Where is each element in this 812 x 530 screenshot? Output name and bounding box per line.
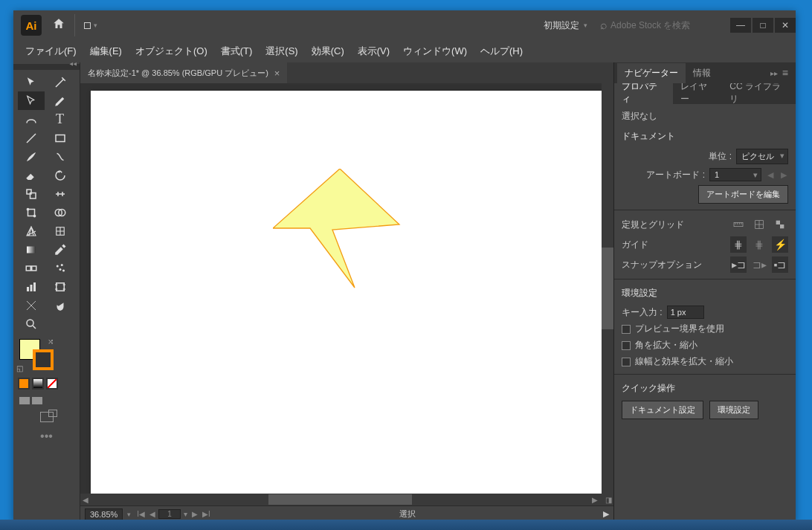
tab-navigator[interactable]: ナビゲーター [617,63,686,83]
type-tool[interactable]: T [47,110,74,129]
menu-file[interactable]: ファイル(F) [19,42,83,61]
arrange-documents-icon[interactable]: ▾ [84,22,97,29]
guides-show-icon[interactable]: ⋕ [730,236,747,253]
chk-scale-strokes[interactable]: 線幅と効果を拡大・縮小 [622,355,788,368]
home-icon[interactable] [52,17,65,34]
eyedropper-tool[interactable] [47,240,74,259]
pen-tool[interactable] [47,91,74,110]
tools-collapse[interactable] [13,64,80,70]
grid-icon[interactable] [751,216,767,233]
color-mode-none[interactable] [46,378,58,390]
svg-point-12 [56,265,58,267]
transparency-grid-icon[interactable] [772,216,788,233]
rectangle-tool[interactable] [47,129,74,147]
prev-artboard-icon[interactable]: ◀ [148,510,157,518]
close-button[interactable]: ✕ [775,18,796,33]
column-graph-tool[interactable] [18,277,45,296]
zoom-tool[interactable] [18,314,45,333]
menu-select[interactable]: 選択(S) [260,42,303,61]
menu-object[interactable]: オブジェクト(O) [129,42,213,61]
snap-pixel-icon[interactable]: ▪⊐ [772,256,788,273]
selection-tool[interactable] [18,73,45,91]
zoom-level[interactable]: 36.85% [85,508,123,520]
vertical-scrollbar[interactable] [602,83,613,494]
draw-mode-icon[interactable] [40,412,54,422]
snap-grid-icon[interactable]: ⊐▸ [751,256,767,273]
status-menu-icon[interactable]: ▶ [603,509,609,519]
tab-info[interactable]: 情報 [686,63,718,83]
stroke-swatch[interactable] [33,349,54,370]
document-tab[interactable]: 名称未設定-1* @ 36.85% (RGB/GPU プレビュー) × [80,62,287,83]
zoom-dropdown-icon[interactable]: ▾ [127,511,131,518]
artboard-number-input[interactable]: 1 [158,509,181,519]
direct-selection-tool[interactable] [18,91,45,110]
svg-point-20 [27,320,33,326]
maximize-button[interactable]: □ [753,18,773,33]
document-setup-button[interactable]: ドキュメント設定 [622,401,703,419]
color-mode-gradient[interactable] [32,378,44,390]
menu-window[interactable]: ウィンドウ(W) [397,42,473,61]
artboard[interactable] [91,91,604,498]
blend-tool[interactable] [18,259,45,277]
last-artboard-icon[interactable]: ▶I [201,510,212,518]
section-quick: クイック操作 [622,382,788,395]
next-artboard-nav[interactable]: ▶ [779,170,788,180]
shaper-tool[interactable] [47,147,74,166]
curvature-tool[interactable] [18,110,45,129]
chk-preview-bounds[interactable]: プレビュー境界を使用 [622,323,788,335]
color-mode-solid[interactable] [18,378,30,390]
eraser-tool[interactable] [18,166,45,184]
panel-menu-icon[interactable]: ≡ [778,67,793,79]
default-fill-stroke-icon[interactable]: ◱ [16,364,23,372]
fill-stroke-swatch[interactable]: ⤭ ◱ [13,339,80,360]
artboard-select[interactable]: 1 [709,168,761,181]
workspace-switcher[interactable]: 初期設定 ▾ [536,16,595,35]
swap-fill-stroke-icon[interactable]: ⤭ [48,337,54,346]
menu-view[interactable]: 表示(V) [352,42,396,61]
smart-guides-icon[interactable]: ⚡ [772,236,788,253]
guides-lock-icon[interactable]: ⋕ [751,236,767,253]
free-transform-tool[interactable] [18,203,45,222]
chk-scale-corners[interactable]: 角を拡大・縮小 [622,339,788,352]
minimize-button[interactable]: — [730,18,751,33]
paintbrush-tool[interactable] [18,147,45,166]
hand-tool[interactable] [47,296,74,314]
first-artboard-icon[interactable]: I◀ [135,510,146,518]
rotate-tool[interactable] [47,166,74,184]
search-input[interactable] [610,20,724,30]
star-shape[interactable] [273,169,422,317]
collapse-panel-icon[interactable]: ▸▸ [770,69,778,77]
key-input-field[interactable] [667,306,704,319]
ruler-icon[interactable] [730,216,747,233]
symbol-sprayer-tool[interactable] [47,259,74,277]
canvas[interactable]: ◀▶◨ [80,83,613,505]
artboard-tool[interactable] [47,277,74,296]
horizontal-scrollbar[interactable]: ◀▶◨ [80,494,613,505]
edit-artboards-button[interactable]: アートボードを編集 [698,185,788,204]
width-tool[interactable] [47,184,74,203]
units-select[interactable]: ピクセル [736,149,788,164]
prev-artboard-nav[interactable]: ◀ [766,170,775,180]
menu-effect[interactable]: 効果(C) [306,42,350,61]
shape-builder-tool[interactable] [47,203,74,222]
mesh-tool[interactable] [47,222,74,240]
gradient-tool[interactable] [18,240,45,259]
next-artboard-icon[interactable]: ▶ [190,510,199,518]
edit-toolbar[interactable]: ••• [13,430,80,443]
menu-edit[interactable]: 編集(E) [84,42,128,61]
close-tab-icon[interactable]: × [274,68,280,79]
menu-help[interactable]: ヘルプ(H) [474,42,529,61]
slice-tool[interactable] [18,296,45,314]
snap-point-icon[interactable]: ▸⊐ [730,256,747,273]
magic-wand-tool[interactable] [47,73,74,91]
menu-type[interactable]: 書式(T) [215,42,259,61]
line-tool[interactable] [18,129,45,147]
preferences-button[interactable]: 環境設定 [709,401,758,419]
screen-mode-icon-2[interactable] [32,397,42,404]
screen-mode-icon[interactable] [19,397,30,404]
scale-tool[interactable] [18,184,45,203]
perspective-grid-tool[interactable] [18,222,45,240]
stock-search[interactable]: ⌕ [595,16,729,35]
status-selection: 選択 [399,508,416,520]
section-prefs: 環境設定 [622,287,788,300]
